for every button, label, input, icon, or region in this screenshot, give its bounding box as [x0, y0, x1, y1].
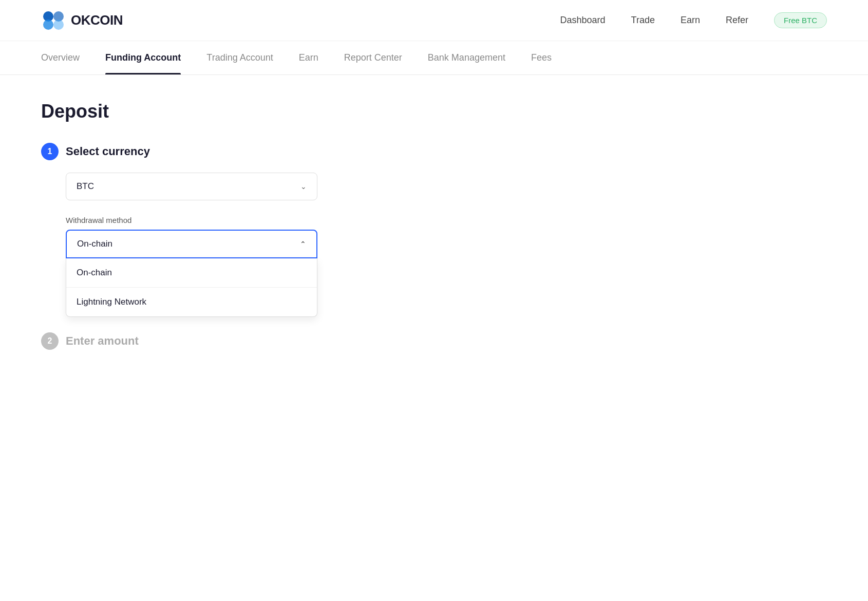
currency-selected-value: BTC [77, 181, 94, 192]
main-content: Deposit 1 Select currency BTC ⌄ Withdraw… [0, 75, 462, 391]
method-option-on-chain[interactable]: On-chain [66, 258, 317, 287]
top-nav-links: Dashboard Trade Earn Refer Free BTC [560, 12, 827, 28]
method-dropdown-trigger[interactable]: On-chain ⌃ [66, 230, 317, 258]
tab-report-center[interactable]: Report Center [344, 41, 402, 74]
step-2-label: Enter amount [66, 334, 139, 348]
tab-overview[interactable]: Overview [41, 41, 80, 74]
sub-navigation: Overview Funding Account Trading Account… [0, 41, 868, 75]
method-option-lightning-network[interactable]: Lightning Network [66, 287, 317, 316]
step-1-label: Select currency [66, 145, 150, 158]
logo-text: OKCOIN [71, 12, 123, 28]
free-btc-badge[interactable]: Free BTC [774, 12, 827, 28]
step-1-badge: 1 [41, 143, 59, 160]
nav-dashboard[interactable]: Dashboard [560, 15, 606, 26]
step-2-badge: 2 [41, 332, 59, 350]
method-dropdown-wrapper: On-chain ⌃ On-chain Lightning Network [66, 230, 317, 317]
page-title: Deposit [41, 101, 421, 122]
tab-earn[interactable]: Earn [299, 41, 318, 74]
tab-bank-management[interactable]: Bank Management [428, 41, 505, 74]
currency-dropdown[interactable]: BTC ⌄ [66, 173, 317, 200]
top-navigation: OKCOIN Dashboard Trade Earn Refer Free B… [0, 0, 868, 41]
nav-earn[interactable]: Earn [681, 15, 700, 26]
step-1-content: BTC ⌄ Withdrawal method On-chain ⌃ On-ch… [41, 173, 421, 317]
svg-point-2 [43, 20, 53, 30]
nav-refer[interactable]: Refer [726, 15, 748, 26]
method-chevron-up-icon: ⌃ [300, 240, 306, 248]
step-2-section: 2 Enter amount [41, 332, 421, 350]
step-2-header: 2 Enter amount [41, 332, 421, 350]
tab-fees[interactable]: Fees [531, 41, 552, 74]
method-dropdown-menu: On-chain Lightning Network [66, 258, 317, 317]
withdrawal-method-label: Withdrawal method [66, 216, 421, 224]
tab-funding-account[interactable]: Funding Account [105, 41, 181, 74]
logo-area: OKCOIN [41, 10, 123, 31]
currency-chevron-down-icon: ⌄ [300, 182, 307, 191]
step-1-section: 1 Select currency BTC ⌄ Withdrawal metho… [41, 143, 421, 317]
tab-trading-account[interactable]: Trading Account [206, 41, 273, 74]
nav-trade[interactable]: Trade [631, 15, 655, 26]
svg-point-3 [53, 20, 64, 30]
step-1-header: 1 Select currency [41, 143, 421, 160]
method-selected-value: On-chain [77, 239, 112, 249]
okcoin-logo-icon [41, 10, 66, 31]
